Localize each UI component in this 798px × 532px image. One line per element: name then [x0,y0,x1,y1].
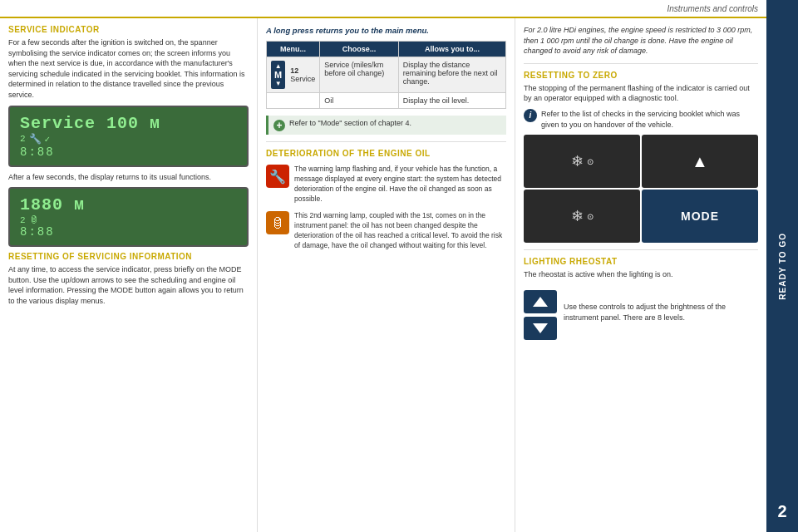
allows-cell-1: Display the distance remaining before th… [398,57,505,93]
chapter-number: 2 [766,490,798,532]
resetting-body: The stopping of the permanent flashing o… [524,83,758,104]
display1-sub: 2 🔧 ✓ [20,133,237,145]
col-choose: Choose... [320,42,399,57]
long-press-note: A long press returns you to the main men… [266,25,506,36]
right-sidebar: READY TO GO [766,0,798,532]
sidebar-label: READY TO GO [778,233,787,300]
up-arrow-icon [532,296,549,308]
allows-cell-2: Display the oil level. [398,93,505,109]
m-box: ▲ M ▼ [271,61,285,89]
wrench-icon: 🔧 [29,133,42,145]
mode-cell-bottom-left: ❄ ⊙ [524,190,640,243]
snowflake-icon-bottom: ❄ [571,207,584,225]
menu-sub: Service [290,75,315,83]
oil-icon: 🛢 [29,214,38,225]
warn-text-1: The warning lamp flashing and, if your v… [294,165,506,204]
info-icon: i [524,109,537,122]
svg-text:🔧: 🔧 [269,169,286,185]
brightness-controls[interactable] [524,290,557,340]
lighting-title: LIGHTING RHEOSTAT [524,257,758,266]
display-screen-2: 1880 м 2 🛢 8:88 [8,187,249,247]
mode-grid: ❄ ⊙ ▲ ❄ ⊙ MODE [524,135,758,243]
svg-text:🛢: 🛢 [271,216,284,230]
warn-item-2: 🛢 This 2nd warning lamp, coupled with th… [266,211,506,251]
mode-cell-top-left: ❄ ⊙ [524,135,640,188]
servicing-info-title: Resetting of servicing information [8,252,249,261]
menu-number: 12 [290,66,315,75]
menu-cell-1: ▲ M ▼ 12 Service [267,57,320,93]
service-indicator-body: For a few seconds after the ignition is … [8,37,249,101]
col-allows: Allows you to... [398,42,505,57]
display2-line1: 1880 м [20,195,237,214]
mode-label: MODE [681,209,719,223]
lighting-body: The rheostat is active when the lighting… [524,269,758,280]
col-menu: Menu... [267,42,320,57]
divider2 [524,63,758,64]
right-column: For 2.0 litre HDi engines, the engine sp… [515,18,766,532]
table-row: Oil Display the oil level. [267,93,506,109]
choose-cell-1: Service (miles/km before oil change) [320,57,399,93]
info-text: Refer to the list of checks in the servi… [541,109,758,130]
display-screen-1: Service 100 м 2 🔧 ✓ 8:88 [8,106,249,167]
oil-warning-icon: 🔧 [266,165,289,188]
display2-sub: 2 🛢 [20,214,237,225]
brightness-section: Use these controls to adjust the brightn… [524,285,758,340]
warn-text-2: This 2nd warning lamp, coupled with the … [294,211,506,251]
main-content: SERVICE INDICATOR For a few seconds afte… [0,18,766,532]
mid-column: A long press returns you to the main men… [258,18,515,532]
display1-line2: 8:88 [20,145,237,159]
brightness-body: Use these controls to adjust the brightn… [564,302,758,323]
display2-line2: 8:88 [20,225,237,239]
plus-icon: + [273,120,285,131]
divider3 [524,249,758,250]
display-caption1: After a few seconds, the display returns… [8,172,249,183]
down-arrow-icon [532,323,549,334]
up-arrow-icon: ▲ [275,62,282,70]
menu-table: Menu... Choose... Allows you to... ▲ M ▼ [266,41,506,109]
fan-icon-2: ⊙ [587,212,594,221]
fan-icon: ⊙ [587,157,594,166]
warn-item-1: 🔧 The warning lamp flashing and, if your… [266,165,506,204]
snowflake-icon-top: ❄ [571,152,584,170]
service-indicator-title: SERVICE INDICATOR [8,25,249,34]
svg-marker-4 [533,297,548,307]
note-text: Refer to "Mode" section of chapter 4. [289,119,411,127]
servicing-info-body: At any time, to access the service indic… [8,264,249,306]
resetting-title: Resetting to zero [524,71,758,80]
mode-button-cell[interactable]: MODE [642,190,758,243]
page-header: Instruments and controls [0,0,766,18]
info-box: i Refer to the list of checks in the ser… [524,109,758,130]
brightness-down-button[interactable] [524,317,557,340]
deterioration-title: Deterioration of the engine oil [266,149,506,158]
table-row: ▲ M ▼ 12 Service Service (miles/km befor… [267,57,506,93]
divider [266,141,506,142]
header-title: Instruments and controls [667,4,759,13]
up-arrow-large-icon: ▲ [692,152,708,171]
svg-marker-5 [533,323,548,333]
mode-cell-top-right: ▲ [642,135,758,188]
choose-cell-2: Oil [320,93,399,109]
left-column: SERVICE INDICATOR For a few seconds afte… [0,18,258,532]
oil-critical-icon: 🛢 [266,211,289,234]
warning-section: 🔧 The warning lamp flashing and, if your… [266,165,506,250]
menu-cell-2 [267,93,320,109]
note-box: + Refer to "Mode" section of chapter 4. [266,116,506,135]
display1-line1: Service 100 м [20,114,237,133]
hdi-engine-note: For 2.0 litre HDi engines, the engine sp… [524,25,758,57]
down-arrow-icon: ▼ [275,80,282,87]
brightness-up-button[interactable] [524,290,557,313]
